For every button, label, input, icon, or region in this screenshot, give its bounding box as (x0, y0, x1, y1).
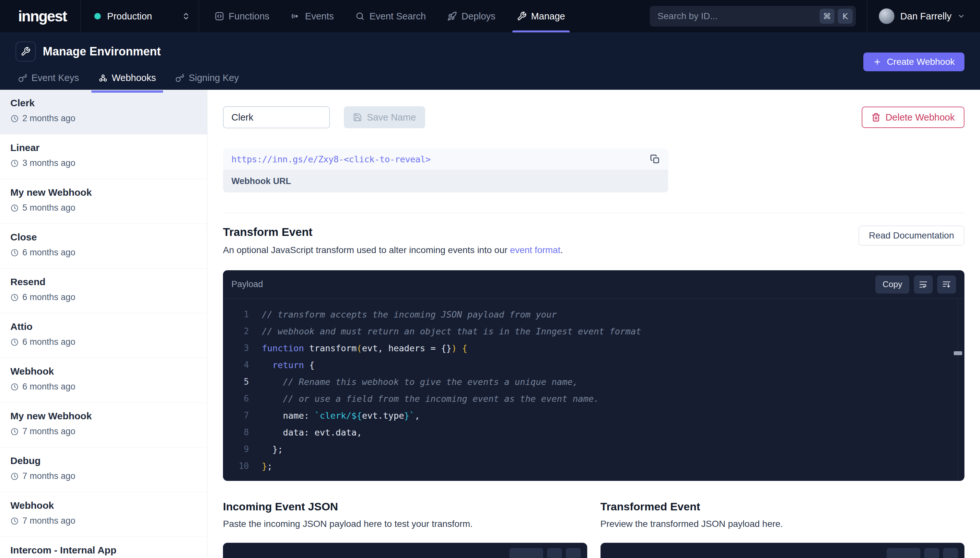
webhook-list-item[interactable]: Clerk2 months ago (0, 90, 207, 135)
incoming-event-editor[interactable] (223, 543, 587, 558)
line-number: 9 (223, 444, 249, 454)
webhook-url-value[interactable]: https://inn.gs/e/Zxy8-<click-to-reveal> (231, 154, 650, 164)
clock-icon (10, 427, 19, 436)
environment-tabs: Event Keys Webhooks Signing Key (16, 70, 964, 93)
webhook-item-updated: 5 months ago (10, 203, 197, 213)
webhook-list-item[interactable]: Webhook7 months ago (0, 492, 207, 537)
environment-selector[interactable]: Production (81, 0, 199, 33)
nav-item-events[interactable]: Events (291, 0, 334, 33)
editor-toolbar: Payload Copy (223, 270, 964, 299)
event-format-link[interactable]: event format (510, 245, 561, 255)
code-line: 7 name: `clerk/${evt.type}`, (223, 407, 964, 424)
incoming-event-column: Incoming Event JSON Paste the incoming J… (223, 500, 587, 558)
copy-code-button[interactable] (886, 548, 920, 558)
line-number: 2 (223, 326, 249, 336)
webhook-item-name: Attio (10, 321, 197, 332)
webhook-item-updated: 7 months ago (10, 516, 197, 526)
clock-icon (10, 249, 19, 257)
webhook-list-item[interactable]: Debug7 months ago (0, 448, 207, 492)
webhook-list-item[interactable]: Close6 months ago (0, 224, 207, 269)
save-name-button[interactable]: Save Name (344, 106, 425, 128)
plus-icon (873, 58, 882, 66)
copy-code-button[interactable]: Copy (875, 276, 909, 294)
code-line: 1// transform accepts the incoming JSON … (223, 306, 964, 323)
webhook-item-updated: 6 months ago (10, 248, 197, 258)
read-documentation-button[interactable]: Read Documentation (859, 225, 964, 246)
word-wrap-button[interactable] (547, 548, 562, 558)
tab-webhooks[interactable]: Webhooks (91, 70, 163, 93)
user-avatar (879, 8, 895, 24)
user-menu[interactable]: Dan Farrelly (867, 0, 980, 33)
test-panels: Incoming Event JSON Paste the incoming J… (223, 500, 964, 558)
line-number: 3 (223, 343, 249, 353)
copy-code-button[interactable] (509, 548, 543, 558)
nav-item-event-search[interactable]: Event Search (355, 0, 426, 33)
k-key-badge: K (838, 9, 853, 24)
scroll-to-bottom-button[interactable] (937, 276, 956, 294)
webhook-list-item[interactable]: My new Webhook5 months ago (0, 179, 207, 224)
webhook-item-name: Webhook (10, 366, 197, 377)
global-search[interactable]: ⌘ K (650, 6, 856, 26)
transform-title: Transform Event (223, 225, 563, 238)
env-label: Production (107, 11, 152, 22)
webhook-list-item[interactable]: Intercom - Internal App (0, 537, 207, 558)
webhook-list-item[interactable]: Attio6 months ago (0, 313, 207, 358)
webhook-item-updated: 3 months ago (10, 158, 197, 168)
scroll-to-bottom-button[interactable] (566, 548, 581, 558)
webhook-url-label: Webhook URL (231, 176, 291, 186)
editor-scrollbar-track (958, 299, 958, 481)
primary-nav: Functions Events Event Search Deploys Ma… (215, 0, 565, 33)
editor-scrollbar-thumb[interactable] (954, 351, 962, 355)
webhook-list-item[interactable]: Linear3 months ago (0, 135, 207, 179)
tab-signing-key[interactable]: Signing Key (168, 70, 246, 93)
key-icon (18, 74, 27, 83)
nav-item-functions[interactable]: Functions (215, 0, 270, 33)
inngest-logo[interactable]: inngest (0, 7, 80, 25)
line-number: 1 (223, 309, 249, 319)
chevron-updown-icon (182, 12, 190, 20)
page-title: Manage Environment (43, 45, 161, 58)
tab-event-keys[interactable]: Event Keys (16, 70, 86, 93)
webhook-item-name: Clerk (10, 98, 197, 108)
code-line: 10}; (223, 458, 964, 474)
webhook-item-name: Linear (10, 142, 197, 153)
webhook-item-name: Intercom - Internal App (10, 545, 197, 556)
webhook-list-item[interactable]: My new Webhook7 months ago (0, 403, 207, 448)
webhook-url-panel: https://inn.gs/e/Zxy8-<click-to-reveal> … (223, 148, 668, 192)
webhook-item-updated: 6 months ago (10, 337, 197, 347)
webhook-item-name: Debug (10, 455, 197, 466)
webhook-list-item[interactable]: Webhook6 months ago (0, 358, 207, 403)
transform-section-header: Transform Event An optional JavaScript t… (223, 225, 964, 255)
code-line: 2// webhook and must return an object th… (223, 323, 964, 340)
delete-webhook-button[interactable]: Delete Webhook (862, 107, 964, 128)
trash-icon (872, 113, 880, 122)
search-input[interactable] (658, 11, 816, 21)
wrench-icon (517, 11, 527, 21)
webhook-detail: Save Name Delete Webhook https://inn.gs/… (207, 90, 980, 558)
nav-divider (199, 0, 199, 33)
transform-code-editor: Payload Copy 1// transform accepts the i… (223, 270, 964, 481)
nav-item-manage[interactable]: Manage (517, 0, 565, 33)
copy-url-button[interactable] (650, 154, 660, 164)
webhook-item-updated: 7 months ago (10, 427, 197, 437)
create-webhook-button[interactable]: Create Webhook (863, 53, 964, 71)
line-number: 8 (223, 427, 249, 437)
editor-title: Payload (231, 279, 263, 289)
clock-icon (10, 383, 19, 391)
nav-item-deploys[interactable]: Deploys (447, 0, 496, 33)
transformed-event-preview[interactable] (601, 543, 965, 558)
search-icon (355, 11, 365, 21)
clock-icon (10, 159, 19, 167)
clock-icon (10, 293, 19, 302)
webhook-name-input[interactable] (223, 106, 330, 128)
word-wrap-button[interactable] (914, 276, 933, 294)
webhook-item-name: My new Webhook (10, 410, 197, 422)
transform-description: An optional JavaScript transform used to… (223, 245, 563, 255)
align-down-icon (942, 280, 951, 289)
line-number: 4 (223, 360, 249, 370)
code-area[interactable]: 1// transform accepts the incoming JSON … (223, 299, 964, 474)
webhook-list-item[interactable]: Resend6 months ago (0, 269, 207, 313)
transformed-event-description: Preview the transformed JSON payload her… (601, 519, 965, 529)
scroll-to-bottom-button[interactable] (943, 548, 958, 558)
word-wrap-button[interactable] (924, 548, 939, 558)
